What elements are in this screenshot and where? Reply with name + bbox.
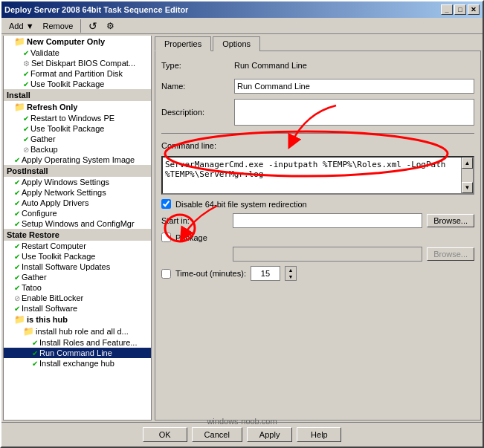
timeout-label: Time-out (minutes): bbox=[175, 269, 246, 278]
tree-install-exchange[interactable]: ✔ Install exchange hub bbox=[4, 358, 151, 369]
main-window: Deploy Server 2008 64bit Task Sequence E… bbox=[0, 0, 484, 448]
check-icon11: ✔ bbox=[14, 210, 20, 218]
tree-backup[interactable]: ⊘ Backup bbox=[4, 144, 151, 155]
divider1 bbox=[161, 133, 474, 134]
check-icon3: ✔ bbox=[23, 80, 29, 88]
tree-toolkit2[interactable]: ✔ Use Toolkit Package bbox=[4, 123, 151, 134]
package-input[interactable] bbox=[233, 247, 422, 262]
tree-restart-computer[interactable]: ✔ Restart Computer bbox=[4, 241, 151, 251]
minimize-button[interactable]: _ bbox=[441, 4, 453, 15]
name-row: Name: bbox=[161, 78, 474, 94]
menu-add[interactable]: Add ▼ bbox=[4, 20, 39, 32]
package-checkbox[interactable] bbox=[161, 233, 171, 242]
type-value: Run Command Line bbox=[234, 61, 474, 70]
check-icon5: ✔ bbox=[23, 125, 29, 133]
group-refresh-only[interactable]: 📁 Refresh Only bbox=[4, 101, 151, 113]
package-label: Package bbox=[175, 233, 207, 242]
check-icon14: ✔ bbox=[14, 253, 20, 261]
tree-tatoo[interactable]: ✔ Tatoo bbox=[4, 282, 151, 293]
tree-install-software[interactable]: ✔ Install Software bbox=[4, 303, 151, 314]
tree-install-roles[interactable]: ✔ Install Roles and Feature... bbox=[4, 337, 151, 348]
close-button[interactable]: ✕ bbox=[468, 4, 480, 15]
timeout-row: Time-out (minutes): ▲ ▼ bbox=[161, 266, 474, 281]
tree-apply-net-settings[interactable]: ✔ Apply Network Settings bbox=[4, 187, 151, 198]
check-icon21: ✔ bbox=[32, 360, 38, 368]
scroll-track bbox=[462, 169, 473, 182]
tree-restart-winpe[interactable]: ✔ Restart to Windows PE bbox=[4, 113, 151, 123]
check-icon17: ✔ bbox=[14, 284, 20, 292]
tab-properties[interactable]: Properties bbox=[155, 36, 211, 51]
tree-auto-drivers[interactable]: ✔ Auto Apply Drivers bbox=[4, 198, 151, 208]
main-content: 📁 New Computer Only ✔ Validate ⚙ Set Dis… bbox=[1, 34, 483, 422]
tree-gather2[interactable]: ✔ Gather bbox=[4, 272, 151, 282]
spinner-buttons: ▲ ▼ bbox=[285, 266, 297, 281]
tree-diskpart[interactable]: ⚙ Set Diskpart BIOS Compat... bbox=[4, 58, 151, 68]
tree-validate[interactable]: ✔ Validate bbox=[4, 48, 151, 58]
browse1-button[interactable]: Browse... bbox=[427, 214, 474, 227]
help-button[interactable]: Help bbox=[297, 427, 341, 442]
gray-icon2: ⊘ bbox=[14, 294, 20, 302]
tree-run-command-line[interactable]: ✔ Run Command Line bbox=[4, 348, 151, 358]
check-icon19: ✔ bbox=[32, 339, 38, 347]
tree-apply-win-settings[interactable]: ✔ Apply Windows Settings bbox=[4, 177, 151, 187]
check-icon15: ✔ bbox=[14, 263, 20, 271]
tree-install-hub-role[interactable]: 📁 install hub role and all d... bbox=[4, 325, 151, 337]
name-label: Name: bbox=[161, 82, 228, 91]
name-input[interactable] bbox=[234, 79, 474, 94]
folder-icon: 📁 bbox=[14, 36, 25, 47]
tree-toolkit1[interactable]: ✔ Use Toolkit Package bbox=[4, 79, 151, 89]
startin-label: Start in: bbox=[161, 216, 228, 225]
properties-panel: Type: Run Command Line Name: Description… bbox=[155, 51, 481, 421]
scrollbar-v: ▲ ▼ bbox=[461, 158, 473, 193]
check-icon6: ✔ bbox=[23, 135, 29, 143]
scroll-down-btn[interactable]: ▼ bbox=[462, 182, 473, 193]
check-icon: ✔ bbox=[23, 49, 29, 57]
group-new-computer[interactable]: 📁 New Computer Only bbox=[4, 36, 151, 48]
tree-configure[interactable]: ✔ Configure bbox=[4, 208, 151, 218]
tree-format-partition[interactable]: ✔ Format and Partition Disk bbox=[4, 68, 151, 79]
folder-icon4: 📁 bbox=[23, 326, 34, 337]
disable64-checkbox[interactable] bbox=[161, 199, 171, 209]
toolbar-refresh[interactable]: ↺ bbox=[84, 19, 102, 33]
cancel-button[interactable]: Cancel bbox=[192, 427, 242, 442]
type-label: Type: bbox=[161, 61, 228, 70]
check-icon20: ✔ bbox=[32, 349, 38, 357]
group-is-this-hub[interactable]: 📁 is this hub bbox=[4, 314, 151, 325]
section-state-restore: State Restore bbox=[4, 229, 151, 241]
tree-gather1[interactable]: ✔ Gather bbox=[4, 134, 151, 144]
description-input[interactable] bbox=[234, 99, 474, 126]
command-input[interactable]: ServerManagerCmd.exe -inputpath %TEMP%\R… bbox=[163, 158, 461, 193]
spin-down-btn[interactable]: ▼ bbox=[285, 273, 296, 280]
tree-apply-os[interactable]: ✔ Apply Operating System Image bbox=[4, 155, 151, 165]
disable64-label: Disable 64-bit file system redirection bbox=[175, 200, 307, 209]
tree-toolkit3[interactable]: ✔ Use Toolkit Package bbox=[4, 251, 151, 262]
tab-options[interactable]: Options bbox=[213, 36, 260, 51]
command-area: ServerManagerCmd.exe -inputpath %TEMP%\R… bbox=[161, 156, 474, 195]
section-install: Install bbox=[4, 89, 151, 101]
timeout-checkbox[interactable] bbox=[161, 269, 171, 279]
startin-input[interactable] bbox=[233, 213, 422, 228]
package-row: Package bbox=[161, 233, 474, 242]
browse2-button[interactable]: Browse... bbox=[427, 247, 474, 261]
ok-button[interactable]: OK bbox=[143, 427, 187, 442]
window-title: Deploy Server 2008 64bit Task Sequence E… bbox=[4, 5, 188, 14]
spin-up-btn[interactable]: ▲ bbox=[285, 267, 296, 273]
apply-button[interactable]: Apply bbox=[247, 427, 293, 442]
timeout-spinner: ▲ ▼ bbox=[285, 266, 297, 281]
scroll-up-btn[interactable]: ▲ bbox=[462, 158, 473, 169]
maximize-button[interactable]: □ bbox=[454, 4, 466, 15]
check-icon13: ✔ bbox=[14, 242, 20, 250]
toolbar-settings[interactable]: ⚙ bbox=[102, 19, 119, 33]
menu-remove[interactable]: Remove bbox=[39, 20, 78, 32]
tree-bitlocker[interactable]: ⊘ Enable BitLocker bbox=[4, 293, 151, 303]
description-row: Description: bbox=[161, 99, 474, 126]
timeout-input[interactable] bbox=[251, 266, 280, 281]
check-icon7: ✔ bbox=[14, 156, 20, 164]
gray-icon1: ⊘ bbox=[23, 146, 29, 154]
tree-install-updates[interactable]: ✔ Install Software Updates bbox=[4, 262, 151, 272]
left-tree-panel: 📁 New Computer Only ✔ Validate ⚙ Set Dis… bbox=[3, 36, 152, 421]
check-icon8: ✔ bbox=[14, 178, 20, 186]
tree-setup-configmgr[interactable]: ✔ Setup Windows and ConfigMgr bbox=[4, 218, 151, 229]
right-panel: Properties Options Type: Run Command Lin… bbox=[155, 36, 481, 421]
package-input-row: Browse... bbox=[161, 247, 474, 262]
